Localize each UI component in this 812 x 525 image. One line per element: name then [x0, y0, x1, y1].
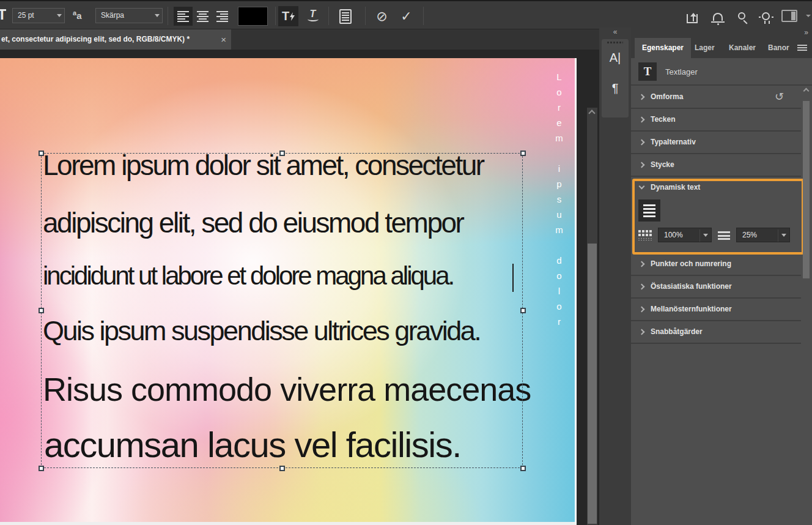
align-left-icon: [177, 11, 189, 12]
anti-alias-combobox[interactable]: Skärpa: [95, 8, 163, 23]
chevron-down-icon: [639, 184, 645, 190]
transform-handle[interactable]: [279, 466, 285, 471]
panel-dock: « A| ¶: [599, 28, 631, 525]
text-lines-icon: [643, 204, 655, 206]
document-tab[interactable]: et, consectetur adipiscing elit, sed do,…: [0, 29, 231, 50]
dynamic-text-toggle-button[interactable]: T: [278, 6, 298, 26]
align-right-button[interactable]: [213, 7, 232, 26]
chevron-right-icon: [639, 140, 645, 146]
anti-alias-icon: aaaa: [73, 9, 81, 21]
close-icon[interactable]: ×: [221, 29, 226, 50]
section-snabbatgarder[interactable]: Snabbåtgärder: [631, 321, 801, 344]
document-tab-title: et, consectetur adipiscing elit, sed do,…: [1, 35, 190, 43]
panel-scrollbar[interactable]: [803, 88, 810, 525]
dynamic-text-style-button[interactable]: [638, 199, 660, 222]
align-center-button[interactable]: [193, 7, 212, 26]
section-typalternativ[interactable]: Typalternativ: [631, 132, 801, 154]
leading-lines-icon: [718, 231, 730, 240]
panel-header-strip: »: [631, 28, 812, 38]
separator: [423, 7, 424, 25]
transform-handle[interactable]: [39, 308, 44, 313]
share-button[interactable]: [684, 7, 701, 24]
bell-icon: [713, 13, 723, 21]
expand-right-icon[interactable]: »: [804, 28, 808, 37]
paragraph-panel-button[interactable]: ¶: [602, 76, 629, 100]
character-panel-button[interactable]: A|: [602, 45, 629, 70]
tab-egenskaper[interactable]: Egenskaper: [635, 38, 691, 58]
paragraph-panel-icon: ¶: [612, 81, 619, 95]
chevron-down-icon[interactable]: [155, 14, 160, 17]
dock-collapse-button[interactable]: «: [599, 28, 631, 38]
transform-handle[interactable]: [520, 151, 526, 156]
separator: [328, 7, 329, 25]
document-vertical-scrollbar[interactable]: [587, 108, 597, 525]
discover-button[interactable]: [757, 7, 774, 24]
tab-lager[interactable]: Lager: [687, 38, 722, 58]
chevron-down-icon[interactable]: [57, 14, 62, 17]
transform-handle[interactable]: [39, 466, 44, 471]
workspace-switcher-button[interactable]: [781, 7, 798, 24]
font-size-combobox[interactable]: 25 pt: [12, 8, 65, 23]
chevron-down-icon[interactable]: [781, 234, 786, 237]
panel-menu-icon[interactable]: [797, 45, 807, 51]
tab-banor[interactable]: Banor: [761, 38, 797, 58]
chevron-down-icon[interactable]: [703, 234, 708, 237]
section-label: Typalternativ: [651, 132, 696, 153]
chevron-down-icon: [806, 15, 811, 17]
align-left-button[interactable]: [174, 7, 193, 26]
separator: [168, 7, 168, 25]
chevron-right-icon: [639, 261, 645, 267]
section-tecken[interactable]: Tecken: [631, 109, 801, 132]
separator: [365, 7, 366, 25]
tab-kanaler[interactable]: Kanaler: [722, 38, 763, 58]
workspace-menu-caret[interactable]: [800, 7, 812, 24]
dynamisk-text-header[interactable]: Dynamisk text: [631, 177, 801, 196]
notifications-button[interactable]: [709, 7, 726, 24]
scrollbar-thumb[interactable]: [803, 101, 810, 278]
lightning-icon: [290, 12, 295, 21]
photoshop-window: T 25 pt aaaa Skärpa T T: [0, 0, 812, 525]
text-layer-icon: T: [638, 62, 657, 81]
vertical-text[interactable]: Lorem ipsum dolor: [554, 72, 564, 332]
warp-text-icon: T: [310, 11, 316, 17]
transform-handle[interactable]: [520, 466, 526, 471]
scrollbar-thumb[interactable]: [588, 244, 597, 524]
section-ostasiatiska-funktioner[interactable]: Östasiatiska funktioner: [631, 276, 801, 299]
toggle-panels-button[interactable]: [335, 6, 355, 26]
section-punkter-och-numrering[interactable]: Punkter och numrering: [631, 253, 801, 276]
text-bounding-box[interactable]: [41, 153, 523, 468]
grid-percent-dropdown[interactable]: 100%: [658, 228, 712, 242]
section-label: Östasiatiska funktioner: [651, 276, 732, 297]
dock-panel-group: A| ¶: [602, 39, 629, 117]
font-size-value: 25 pt: [18, 11, 34, 20]
chevron-right-icon: [639, 329, 645, 335]
chevron-right-icon: [639, 307, 645, 313]
chevron-right-icon: [639, 162, 645, 168]
leading-percent-dropdown[interactable]: 25%: [736, 228, 790, 242]
commit-edits-button[interactable]: ✓: [396, 6, 416, 26]
chevron-right-icon: [639, 94, 645, 100]
section-mellanosternfunktioner[interactable]: Mellanösternfunktioner: [631, 299, 801, 321]
separator: [275, 7, 276, 25]
scroll-up-icon[interactable]: [803, 88, 810, 94]
dynamic-text-icon: T: [282, 9, 289, 23]
transform-handle[interactable]: [520, 308, 526, 313]
search-button[interactable]: [733, 7, 750, 24]
type-tool-icon[interactable]: T: [0, 6, 6, 23]
section-label: Punkter och numrering: [651, 253, 731, 275]
canvas[interactable]: Lorem ipsum dolor sit amet, consectetur …: [0, 58, 577, 525]
commit-icon: ✓: [400, 9, 412, 24]
transform-handle[interactable]: [39, 151, 44, 156]
text-color-swatch[interactable]: [238, 7, 268, 26]
section-omforma[interactable]: Omforma ↺: [631, 86, 801, 109]
section-stycke[interactable]: Stycke: [631, 154, 801, 177]
transform-handle[interactable]: [279, 151, 285, 156]
dynamic-text-controls: 100% 25%: [631, 228, 801, 246]
layer-type-row: T Textlager: [631, 58, 812, 86]
warp-text-button[interactable]: T: [303, 6, 323, 26]
character-grid-icon: [638, 230, 652, 241]
cancel-icon: ⊘: [376, 9, 387, 24]
cancel-edits-button[interactable]: ⊘: [372, 6, 392, 26]
reset-icon[interactable]: ↺: [775, 90, 784, 103]
scroll-up-icon[interactable]: [588, 110, 595, 116]
